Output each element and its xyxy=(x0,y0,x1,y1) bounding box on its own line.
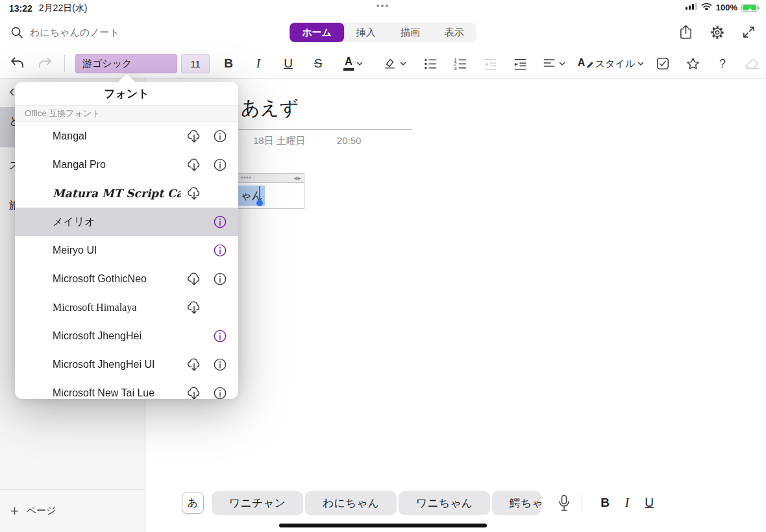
multitask-dots-icon[interactable]: ••• xyxy=(377,1,390,11)
suggestion-chip[interactable]: 鰐ちゃ xyxy=(492,491,541,515)
font-info-icon xyxy=(207,293,233,322)
font-name-value: 游ゴシック xyxy=(82,58,132,70)
font-option[interactable]: Microsoft GothicNeo xyxy=(15,265,238,293)
font-list: MangalMangal ProMatura MT Script Capital… xyxy=(15,122,238,399)
styles-button[interactable]: A スタイル xyxy=(577,49,645,78)
font-option[interactable]: Mangal xyxy=(15,122,238,151)
ribbon-tabs: ホーム挿入描画表示 xyxy=(290,23,476,42)
table-resize-arrows-icon[interactable]: ◀▶ xyxy=(293,176,302,181)
share-icon[interactable] xyxy=(679,24,693,43)
page-time: 20:50 xyxy=(337,135,362,147)
font-info-icon[interactable] xyxy=(207,236,233,265)
font-info-icon[interactable] xyxy=(207,350,233,379)
suggestion-chip[interactable]: ワニチャン xyxy=(212,491,303,515)
font-option[interactable]: Microsoft JhengHei UI xyxy=(15,350,238,379)
font-option[interactable]: Microsoft Himalaya xyxy=(15,293,238,322)
search-icon[interactable] xyxy=(10,26,23,42)
underline-button[interactable]: U xyxy=(277,49,300,78)
top-bar: わにちゃんのノート ホーム挿入描画表示 xyxy=(0,16,766,49)
download-cloud-icon[interactable] xyxy=(181,151,207,179)
redo-button[interactable] xyxy=(34,49,56,78)
font-popover: フォント Office 互換フォント MangalMangal ProMatur… xyxy=(15,82,238,399)
download-cloud-icon[interactable] xyxy=(181,379,207,399)
star-tag-icon[interactable] xyxy=(681,49,704,78)
page-title[interactable]: あえず xyxy=(241,95,299,121)
tab-ホーム[interactable]: ホーム xyxy=(290,23,344,42)
ribbon-divider xyxy=(64,49,65,78)
page-date: 18日 土曜日 xyxy=(253,135,306,147)
home-indicator[interactable] xyxy=(279,524,487,527)
note-table[interactable]: •••• ◀▶ ゃん xyxy=(237,173,304,209)
fullscreen-expand-icon[interactable] xyxy=(742,25,756,42)
font-option[interactable]: メイリオ xyxy=(15,208,238,236)
tab-表示[interactable]: 表示 xyxy=(432,23,476,42)
font-option[interactable]: Meiryo UI xyxy=(15,236,238,265)
font-color-button[interactable]: A xyxy=(336,49,370,78)
strikethrough-button[interactable]: S xyxy=(306,49,330,78)
tab-挿入[interactable]: 挿入 xyxy=(344,23,388,42)
font-info-icon[interactable] xyxy=(207,122,233,151)
table-cell[interactable]: ゃん xyxy=(237,183,304,209)
font-name: Microsoft Himalaya xyxy=(53,302,181,313)
todo-checkbox-icon[interactable] xyxy=(651,49,674,78)
font-info-icon[interactable] xyxy=(207,379,233,399)
undo-button[interactable] xyxy=(6,49,29,78)
bullet-list-icon[interactable] xyxy=(419,49,442,78)
font-size-value: 11 xyxy=(190,58,201,69)
font-option[interactable]: Mangal Pro xyxy=(15,151,238,179)
question-tag-button[interactable]: ? xyxy=(711,49,734,78)
download-cloud-icon[interactable] xyxy=(181,265,207,293)
suggestion-chip[interactable]: わにちゃん xyxy=(305,491,397,515)
kb-italic-button[interactable]: I xyxy=(616,496,638,510)
table-move-handle[interactable]: •••• ◀▶ xyxy=(237,173,304,183)
font-color-swatch xyxy=(343,68,354,71)
settings-gear-icon[interactable] xyxy=(710,25,725,43)
download-cloud-icon xyxy=(181,236,207,265)
font-size-field[interactable]: 11 xyxy=(181,49,210,78)
font-section-header: Office 互換フォント xyxy=(15,105,238,122)
dictation-mic-icon[interactable] xyxy=(558,494,570,512)
styles-pen-icon: A xyxy=(578,56,592,71)
italic-button[interactable]: I xyxy=(247,49,270,78)
kb-divider xyxy=(582,494,582,511)
selection-handle-dot[interactable] xyxy=(256,200,263,206)
download-cloud-icon[interactable] xyxy=(181,293,207,322)
indent-icon[interactable] xyxy=(508,49,532,78)
download-cloud-icon xyxy=(181,322,207,350)
keyboard-accessory-bar: あ ワニチャンわにちゃんワニちゃん鰐ちゃ B I U xyxy=(182,488,660,518)
bold-button[interactable]: B xyxy=(217,49,240,78)
font-option[interactable]: Microsoft JhengHei xyxy=(15,322,238,350)
add-page-button[interactable]: + ページ xyxy=(0,489,145,532)
font-name: Matura MT Script Capitals xyxy=(53,187,181,200)
numbered-list-icon[interactable]: 123 xyxy=(449,49,472,78)
font-info-icon[interactable] xyxy=(207,208,233,236)
keyboard-language-key[interactable]: あ xyxy=(182,492,204,514)
selection-handle-stem[interactable] xyxy=(259,186,260,201)
kb-bold-button[interactable]: B xyxy=(594,496,616,510)
suggestion-bar: ワニチャンわにちゃんワニちゃん鰐ちゃ xyxy=(212,491,541,515)
highlighter-button[interactable] xyxy=(378,49,412,78)
battery-percent: 100% xyxy=(716,3,737,12)
suggestion-chip[interactable]: ワニちゃん xyxy=(399,491,490,515)
tab-描画[interactable]: 描画 xyxy=(388,23,432,42)
kb-underline-button[interactable]: U xyxy=(638,496,660,510)
wifi-icon xyxy=(701,3,712,12)
download-cloud-icon[interactable] xyxy=(181,350,207,379)
eraser-icon[interactable] xyxy=(741,49,764,78)
alignment-button[interactable] xyxy=(537,49,571,78)
font-option[interactable]: Matura MT Script Capitals xyxy=(15,179,238,208)
popover-title: フォント xyxy=(15,82,238,105)
plus-icon: + xyxy=(10,503,19,520)
note-canvas[interactable]: あえず 18日 土曜日 20:50 •••• ◀▶ ゃん xyxy=(145,79,766,532)
download-cloud-icon[interactable] xyxy=(181,122,207,151)
font-info-icon[interactable] xyxy=(207,265,233,293)
font-info-icon[interactable] xyxy=(207,322,233,350)
download-cloud-icon[interactable] xyxy=(181,179,207,208)
table-drag-dots-icon[interactable]: •••• xyxy=(241,175,252,181)
outdent-icon[interactable] xyxy=(478,49,502,78)
font-name: Microsoft JhengHei xyxy=(53,330,181,342)
notebook-title[interactable]: わにちゃんのノート xyxy=(30,27,119,39)
battery-icon xyxy=(741,4,758,12)
font-option[interactable]: Microsoft New Tai Lue xyxy=(15,379,238,399)
font-info-icon[interactable] xyxy=(207,151,233,179)
